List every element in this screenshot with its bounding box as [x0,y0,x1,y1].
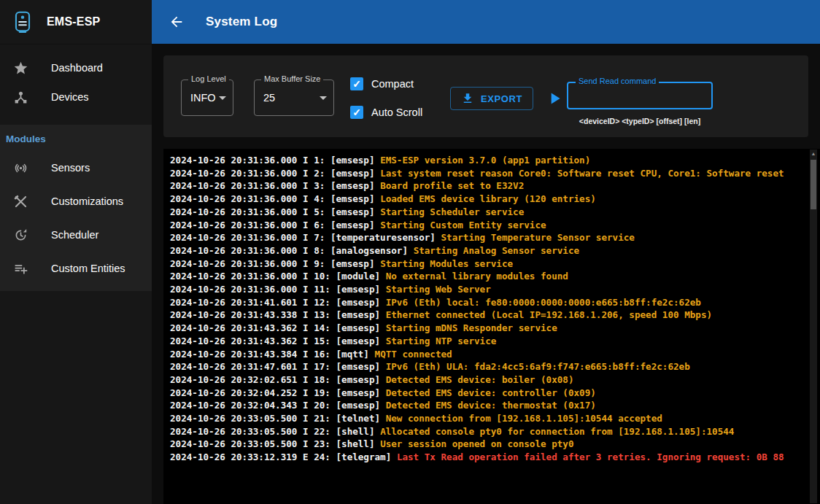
console-scrollbar[interactable] [810,150,817,503]
log-line: 2024-10-26 20:31:43.362 I 14: [emsesp] S… [170,322,808,335]
send-read-command-field: Send Read command [567,82,713,109]
log-line-message: Starting Custom Entity service [380,220,546,230]
log-line-message: Starting mDNS Responder service [386,322,557,333]
auto-scroll-checkbox-row: Auto Scroll [350,104,422,121]
log-line-prefix: 2024-10-26 20:31:36.000 I 10: [module] [170,271,386,282]
log-line-message: No external library modules found [386,271,568,282]
log-line-message: MQTT connected [375,349,452,360]
log-line: 2024-10-26 20:33:05.500 I 23: [shell] Us… [170,438,808,451]
star-icon [12,59,29,77]
modules-section-header: Modules [0,126,152,151]
play-arrow-icon [545,89,564,108]
log-line: 2024-10-26 20:31:43.384 I 16: [mqtt] MQT… [170,348,808,361]
sidebar-item-custom-entities[interactable]: Custom Entities [0,252,152,285]
log-line-prefix: 2024-10-26 20:31:43.384 I 16: [mqtt] [170,349,375,360]
log-line: 2024-10-26 20:31:36.000 I 10: [module] N… [170,270,808,283]
log-line: 2024-10-26 20:31:36.000 I 2: [emsesp] La… [170,167,808,180]
max-buffer-size-select[interactable]: Max Buffer Size 25 [254,80,334,116]
log-line: 2024-10-26 20:31:36.000 I 7: [temperatur… [170,231,808,244]
device-hub-icon [12,88,29,106]
log-line-message: Detected EMS device: controller (0x09) [386,387,596,398]
log-line-prefix: 2024-10-26 20:33:05.500 I 22: [shell] [170,426,380,437]
log-line-message: Board profile set to E32V2 [380,180,524,191]
auto-scroll-checkbox[interactable] [350,106,363,119]
max-buffer-size-value: 25 [263,92,275,104]
log-line-prefix: 2024-10-26 20:31:36.000 I 11: [emsesp] [170,284,386,295]
log-line-message: Starting Analog Sensor service [414,245,579,256]
tools-icon [12,193,29,210]
log-line-message: Allocated console pty0 for connection fr… [380,426,734,437]
log-line: 2024-10-26 20:33:12.319 E 24: [telegram]… [170,451,808,464]
playlist-add-icon [12,260,29,277]
log-line-prefix: 2024-10-26 20:31:36.000 I 9: [emsesp] [170,258,380,269]
sensors-icon [12,159,29,177]
log-line-message: Ethernet connected (Local IP=192.168.1.2… [386,309,712,320]
log-line: 2024-10-26 20:32:04.343 I 20: [emsesp] D… [170,399,808,412]
content: Log Level INFO Max Buffer Size 25 Compac… [152,44,820,504]
compact-checkbox[interactable] [350,77,363,90]
export-button[interactable]: EXPORT [450,87,533,110]
log-line: 2024-10-26 20:31:36.000 I 5: [emsesp] St… [170,206,808,219]
sidebar-item-customizations[interactable]: Customizations [0,185,152,218]
export-button-label: EXPORT [481,93,522,104]
send-command-button[interactable] [545,89,564,108]
log-console[interactable]: 2024-10-26 20:31:36.000 I 1: [emsesp] EM… [163,149,820,504]
sidebar-item-devices[interactable]: Devices [0,82,152,112]
log-line-prefix: 2024-10-26 20:31:36.000 I 3: [emsesp] [170,180,380,191]
send-read-command-input[interactable] [568,83,711,108]
log-line-prefix: 2024-10-26 20:33:05.500 I 23: [shell] [170,438,380,449]
log-line-prefix: 2024-10-26 20:31:41.601 I 12: [emsesp] [170,297,386,308]
log-level-label: Log Level [188,74,229,83]
top-app-bar: System Log [152,0,820,44]
log-line-prefix: 2024-10-26 20:31:36.000 I 6: [emsesp] [170,220,380,230]
log-line-message: Starting Modules service [380,258,513,269]
log-line-message: User session opened on console pty0 [380,438,573,449]
log-line-prefix: 2024-10-26 20:31:36.000 I 2: [emsesp] [170,168,380,179]
page-title: System Log [206,15,277,29]
compact-checkbox-label: Compact [371,78,414,90]
back-button[interactable] [168,13,185,31]
log-line: 2024-10-26 20:31:36.000 I 4: [emsesp] Lo… [170,193,808,206]
log-line: 2024-10-26 20:31:36.000 I 3: [emsesp] Bo… [170,179,808,193]
chevron-down-icon [320,96,327,100]
sidebar-nav: Dashboard Devices [0,44,152,112]
download-icon [461,92,474,105]
log-line-message: Last system reset reason Core0: Software… [380,168,784,179]
log-line-message: Last Tx Read operation failed after 3 re… [397,451,784,462]
log-line: 2024-10-26 20:31:36.000 I 1: [emsesp] EM… [170,154,808,167]
log-line-message: EMS-ESP version 3.7.0 (app1 partition) [380,155,590,166]
sidebar-modules-section: Modules Sensors [0,125,152,291]
log-line: 2024-10-26 20:31:36.000 I 8: [analogsens… [170,244,808,257]
scroll-up-arrow-icon[interactable] [810,150,817,158]
log-line: 2024-10-26 20:33:05.500 I 21: [telnet] N… [170,412,808,425]
log-line-prefix: 2024-10-26 20:31:47.601 I 17: [emsesp] [170,361,386,372]
console-scrollbar-thumb[interactable] [811,160,816,209]
log-line-prefix: 2024-10-26 20:33:05.500 I 21: [telnet] [170,413,386,424]
sidebar-item-label: Customizations [51,195,123,207]
log-line: 2024-10-26 20:31:36.000 I 9: [emsesp] St… [170,257,808,271]
send-read-command-label: Send Read command [576,77,659,85]
log-level-select[interactable]: Log Level INFO [181,80,233,116]
app-root: EMS-ESP Dashboard Devices Modules [0,0,820,504]
log-line-message: Starting Web Server [386,284,491,295]
sidebar-item-sensors[interactable]: Sensors [0,151,152,185]
log-line-prefix: 2024-10-26 20:31:36.000 I 5: [emsesp] [170,206,380,217]
sidebar: EMS-ESP Dashboard Devices Modules [0,0,152,504]
log-level-value: INFO [190,92,216,104]
sidebar-item-scheduler[interactable]: Scheduler [0,218,152,252]
log-line-message: New connection from [192.168.1.105]:1054… [386,413,662,424]
log-line-prefix: 2024-10-26 20:31:36.000 I 4: [emsesp] [170,193,380,204]
sidebar-header: EMS-ESP [0,0,152,44]
sidebar-item-dashboard[interactable]: Dashboard [0,53,152,82]
sidebar-item-label: Scheduler [51,229,98,241]
log-line: 2024-10-26 20:31:41.601 I 12: [emsesp] I… [170,296,808,309]
log-line-prefix: 2024-10-26 20:33:12.319 E 24: [telegram] [170,451,397,462]
log-line-prefix: 2024-10-26 20:32:04.252 I 19: [emsesp] [170,387,386,398]
log-line-message: Detected EMS device: thermostat (0x17) [386,400,596,411]
main-area: System Log Log Level INFO Max Buffer Siz… [152,0,820,504]
chevron-down-icon [219,96,226,100]
log-line-prefix: 2024-10-26 20:31:43.362 I 15: [emsesp] [170,336,386,346]
log-line-prefix: 2024-10-26 20:31:43.338 I 13: [emsesp] [170,309,386,320]
log-line: 2024-10-26 20:32:02.651 I 18: [emsesp] D… [170,373,808,387]
sidebar-item-label: Devices [51,91,89,103]
